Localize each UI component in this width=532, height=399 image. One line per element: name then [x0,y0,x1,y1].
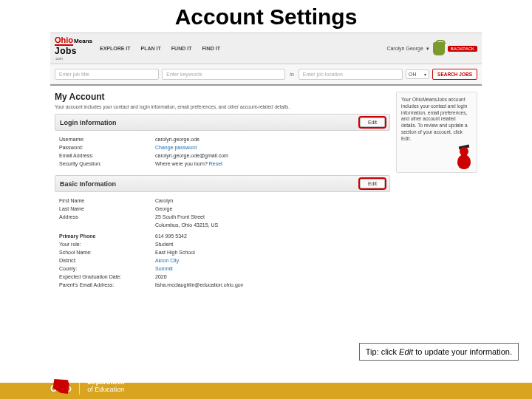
county-value[interactable]: Summit [155,266,173,271]
primary-nav: EXPLORE IT PLAN IT FUND IT FIND IT [100,46,386,51]
logo-ohio: Ohio [55,36,73,46]
job-title-input[interactable]: Enter job title [55,69,159,80]
content-area: My Account Your account includes your co… [50,86,482,296]
district-label: District: [59,258,155,263]
ohio-dept-education-logo: Ohio Departmentof Education [50,378,124,395]
dept-of-education-text: Departmentof Education [87,379,124,394]
address-label: Address [59,214,155,219]
basic-info-header: Basic Information Edit [55,175,390,192]
password-label: Password: [59,145,155,150]
parent-email-value: lisha.mcclaughlin@education.ohio.gov [155,282,243,287]
first-name-value: Carolyn [155,198,173,203]
nav-fund[interactable]: FUND IT [171,46,192,51]
sidebar-text: Your OhioMeansJobs account includes your… [401,97,468,141]
page-title: My Account [55,92,390,102]
search-jobs-button[interactable]: SEARCH JOBS [432,69,477,80]
logo-means: Means [74,38,92,44]
parent-email-label: Parent's Email Address: [59,282,155,287]
search-bar: Enter job title Enter keywords in Enter … [50,64,482,86]
username-label: Username: [59,137,155,142]
school-value: East High School [155,250,195,255]
edit-login-button[interactable]: Edit [360,117,385,127]
nav-explore[interactable]: EXPLORE IT [100,46,131,51]
sidebar: Your OhioMeansJobs account includes your… [396,92,477,296]
user-menu[interactable]: Carolyn George ▼ [386,46,429,51]
primary-phone-label: Primary Phone [59,233,155,239]
login-info-header: Login Information Edit [55,114,390,131]
grad-date-label: Expected Graduation Date: [59,274,155,279]
basic-info-panel: Basic Information Edit First NameCarolyn… [55,175,390,290]
school-label: School Name: [59,250,155,255]
ohiomeansjobs-logo[interactable]: Ohio Means Jobs .com [55,36,92,61]
chevron-down-icon: ▾ [424,72,426,77]
top-bar: Ohio Means Jobs .com EXPLORE IT PLAN IT … [50,33,482,64]
primary-phone-value: 614 995 5342 [155,233,187,239]
nav-plan[interactable]: PLAN IT [141,46,161,51]
main-column: My Account Your account includes your co… [55,92,390,296]
app-screenshot: Ohio Means Jobs .com EXPLORE IT PLAN IT … [50,33,482,296]
tip-callout: Tip: click Edit to update your informati… [359,343,519,361]
keywords-input[interactable]: Enter keywords [162,69,285,80]
address-value-2: Columbus, Ohio 43215, US [155,222,218,228]
username-value: carolyn.george.ode [155,137,200,142]
first-name-label: First Name [59,198,155,203]
grad-date-value: 2020 [155,274,167,279]
backpack-icon[interactable] [433,42,445,55]
change-password-link[interactable]: Change password [155,145,197,150]
security-question-label: Security Question: [59,161,155,166]
sidebar-info-box: Your OhioMeansJobs account includes your… [396,92,477,173]
edit-basic-button[interactable]: Edit [360,179,385,188]
state-value: OH [409,72,417,77]
role-value: Student [155,242,173,247]
nav-find[interactable]: FIND IT [202,46,220,51]
login-info-panel: Login Information Edit Username:carolyn.… [55,114,390,169]
state-select[interactable]: OH ▾ [406,69,429,79]
cardinal-mascot-icon [454,146,474,169]
last-name-label: Last Name [59,206,155,211]
email-label: Email Address: [59,153,155,158]
reset-link[interactable]: Reset [209,161,222,166]
county-label: County: [59,266,155,271]
basic-info-title: Basic Information [60,180,116,188]
footer: Ohio Departmentof Education [0,383,532,399]
chevron-down-icon: ▼ [426,47,430,51]
slide-title: Account Settings [0,0,532,33]
security-question-value: Where were you born? Reset [155,161,222,166]
email-value: carolyn.george.ode@gmail.com [155,153,228,158]
address-value-1: 25 South Front Street [155,214,205,219]
logo-jobs: Jobs [55,46,77,56]
page-intro: Your account includes your contact and l… [55,104,390,109]
district-value[interactable]: Akron City [155,258,179,263]
login-info-title: Login Information [60,119,117,126]
user-name: Carolyn George [386,46,423,51]
role-label: Your role: [59,242,155,247]
location-input[interactable]: Enter job location [299,69,403,80]
last-name-value: George [155,206,172,211]
backpack-button[interactable]: BACKPACK [448,46,477,52]
logo-com: .com [55,56,63,61]
in-label: in [288,72,295,77]
